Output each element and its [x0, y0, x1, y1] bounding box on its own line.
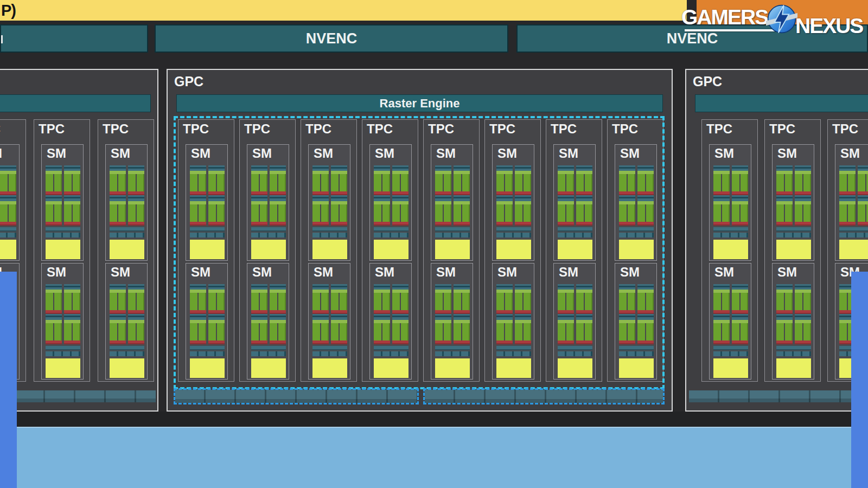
gpc-block-right: GPCTPCSMSMTPCSMSMTPCSMSM	[685, 69, 868, 412]
cuda-core-block	[732, 323, 748, 341]
cuda-core-block	[713, 293, 730, 310]
texture-rt-block	[110, 240, 144, 259]
tensor-core-strip	[110, 191, 126, 195]
texture-rt-block	[713, 358, 748, 378]
cuda-core-block	[776, 323, 793, 341]
raster-engine-bar	[695, 94, 868, 112]
sm-block: SM	[41, 263, 84, 380]
sm-block: SM	[772, 144, 814, 261]
warp-scheduler-bar	[776, 284, 793, 290]
cuda-core-block	[64, 174, 80, 191]
tensor-core-strip	[732, 341, 748, 344]
load-store-strip	[713, 227, 748, 232]
tensor-core-strip	[713, 191, 730, 195]
logo-text-nexus: NEXUS	[795, 14, 863, 38]
dispatch-bar	[732, 195, 748, 201]
texture-rt-block	[46, 240, 80, 259]
sm-partition-row	[110, 165, 144, 226]
tpc-label: TPC	[769, 121, 795, 137]
sm-label: SM	[840, 146, 860, 161]
tensor-core-strip	[858, 191, 868, 195]
tensor-core-strip	[732, 310, 748, 314]
nvenc-bar-left-clipped	[0, 24, 148, 53]
dispatch-bar	[776, 195, 793, 201]
tensor-core-strip	[46, 191, 62, 195]
sm-partition	[64, 284, 80, 344]
sm-partition-row	[0, 165, 16, 226]
sm-partition	[795, 284, 811, 344]
texture-rt-block	[46, 358, 80, 378]
nvenc-bar-center: NVENC	[155, 24, 508, 53]
tensor-core-strip	[839, 191, 856, 195]
raster-engine-bar: Raster Engine	[176, 94, 663, 112]
sfu-segmented-strip	[839, 233, 868, 237]
cuda-core-block	[110, 204, 126, 222]
sm-internal-blocks	[839, 165, 868, 259]
sm-block: SM	[41, 144, 84, 261]
sm-label: SM	[111, 146, 130, 161]
raster-engine-bar	[0, 94, 151, 112]
sm-block: SM	[105, 144, 148, 261]
cuda-core-block	[795, 293, 811, 310]
warp-scheduler-bar	[0, 165, 16, 171]
sm-internal-blocks	[46, 165, 80, 259]
cuda-core-block	[64, 323, 80, 341]
tensor-core-strip	[776, 222, 793, 226]
raster-engine-label: Raster Engine	[380, 97, 460, 111]
sm-partition	[128, 165, 144, 226]
dispatch-bar	[110, 314, 126, 320]
sm-internal-blocks	[110, 284, 144, 378]
sm-partition	[732, 165, 748, 226]
sfu-segmented-strip	[46, 233, 80, 237]
sm-partition	[776, 165, 793, 226]
sfu-segmented-strip	[776, 233, 811, 237]
tensor-core-strip	[776, 191, 793, 195]
texture-strip	[689, 390, 868, 402]
sfu-segmented-strip	[46, 351, 80, 356]
tpc-label: TPC	[39, 121, 65, 137]
cuda-core-block	[713, 204, 730, 222]
highlighted-texture-strip	[423, 388, 665, 404]
sm-partition	[732, 284, 748, 344]
tpc-label: TPC	[0, 121, 1, 137]
tensor-core-strip	[46, 310, 62, 314]
sm-label: SM	[714, 265, 734, 280]
cuda-core-block	[858, 174, 868, 191]
dispatch-bar	[858, 195, 868, 201]
clipped-text-fragment	[1, 35, 3, 43]
tpc-label: TPC	[706, 121, 732, 137]
tensor-core-strip	[713, 341, 730, 344]
warp-scheduler-bar	[46, 284, 62, 290]
sfu-segmented-strip	[713, 233, 748, 237]
cuda-core-block	[128, 204, 144, 222]
dispatch-bar	[64, 314, 80, 320]
tensor-core-strip	[128, 222, 144, 226]
tensor-core-strip	[713, 222, 730, 226]
sm-partition	[713, 165, 730, 226]
sm-partition	[839, 165, 856, 226]
sm-block: SM	[105, 263, 148, 380]
tensor-core-strip	[0, 222, 16, 226]
cuda-core-block	[46, 293, 62, 310]
warp-scheduler-bar	[839, 165, 856, 171]
dispatch-bar	[110, 195, 126, 201]
texture-rt-block	[776, 358, 811, 378]
highlight-dashed-rect	[174, 116, 665, 389]
sfu-segmented-strip	[776, 351, 811, 356]
cuda-core-block	[795, 204, 811, 222]
cuda-core-block	[713, 323, 730, 341]
tensor-core-strip	[110, 222, 126, 226]
cuda-core-block	[776, 293, 793, 310]
gpc-label: GPC	[174, 74, 203, 89]
warp-scheduler-bar	[128, 165, 144, 171]
sfu-segmented-strip	[110, 351, 144, 356]
gpc-block-left: TPCSMSMTPCSMSMTPCSMSM	[0, 69, 158, 412]
cuda-core-block	[110, 323, 126, 341]
sm-partition-row	[839, 165, 868, 226]
sm-partition-row	[776, 165, 811, 226]
sm-partition	[64, 165, 80, 226]
sm-partition-row	[776, 284, 811, 344]
tensor-core-strip	[776, 310, 793, 314]
cuda-core-block	[110, 293, 126, 310]
sm-partition-row	[46, 165, 80, 226]
